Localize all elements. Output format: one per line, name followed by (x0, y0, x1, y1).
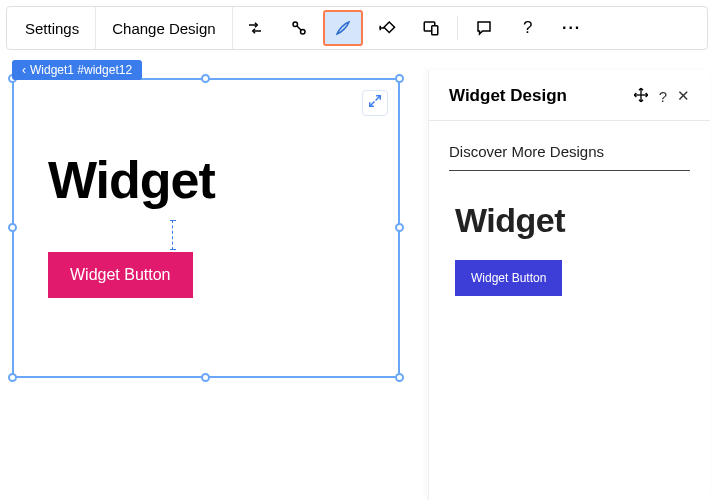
preview-button: Widget Button (455, 260, 562, 296)
toolbar: Settings Change Design (6, 6, 708, 50)
settings-button[interactable]: Settings (9, 7, 96, 49)
expand-button[interactable] (362, 90, 388, 116)
link-icon (290, 19, 308, 37)
panel-header: Widget Design ? ✕ (449, 86, 690, 120)
chevron-left-icon: ‹ (22, 63, 26, 77)
toolbar-divider (457, 16, 458, 40)
responsive-button[interactable] (411, 10, 451, 46)
comment-icon (475, 19, 493, 37)
svg-rect-8 (431, 26, 437, 35)
move-panel-button[interactable] (633, 87, 649, 106)
change-design-button[interactable]: Change Design (96, 7, 232, 49)
help-icon: ? (523, 18, 532, 38)
devices-icon (422, 19, 440, 37)
help-button[interactable]: ? (508, 10, 548, 46)
more-button[interactable]: ··· (552, 10, 592, 46)
preview-title: Widget (455, 201, 690, 240)
diamond-icon (377, 19, 397, 37)
widget-title[interactable]: Widget (48, 150, 215, 210)
widget-button[interactable]: Widget Button (48, 252, 193, 298)
design-brush-button[interactable] (323, 10, 363, 46)
design-panel: Widget Design ? ✕ Discover More Designs … (428, 70, 710, 500)
resize-handle-ml[interactable] (8, 223, 17, 232)
resize-handle-tm[interactable] (201, 74, 210, 83)
animations-button[interactable] (235, 10, 275, 46)
panel-title: Widget Design (449, 86, 567, 106)
transition-button[interactable] (367, 10, 407, 46)
resize-handle-mr[interactable] (395, 223, 404, 232)
design-preview[interactable]: Widget Widget Button (449, 201, 690, 296)
resize-handle-bl[interactable] (8, 373, 17, 382)
resize-handle-tr[interactable] (395, 74, 404, 83)
comment-button[interactable] (464, 10, 504, 46)
panel-divider (429, 120, 710, 121)
panel-close-button[interactable]: ✕ (677, 87, 690, 105)
resize-handle-bm[interactable] (201, 373, 210, 382)
breadcrumb[interactable]: ‹ Widget1 #widget12 (12, 60, 142, 80)
brush-icon (334, 19, 352, 37)
more-icon: ··· (562, 19, 581, 37)
sliders-icon (246, 19, 264, 37)
snap-guide (172, 220, 173, 250)
link-button[interactable] (279, 10, 319, 46)
breadcrumb-label: Widget1 #widget12 (30, 63, 132, 77)
resize-handle-br[interactable] (395, 373, 404, 382)
panel-subtitle[interactable]: Discover More Designs (449, 143, 690, 171)
svg-rect-6 (384, 22, 395, 33)
expand-icon (368, 94, 382, 112)
move-icon (633, 89, 649, 106)
panel-help-button[interactable]: ? (659, 88, 667, 105)
selected-widget-frame[interactable]: Widget Widget Button (12, 78, 400, 378)
